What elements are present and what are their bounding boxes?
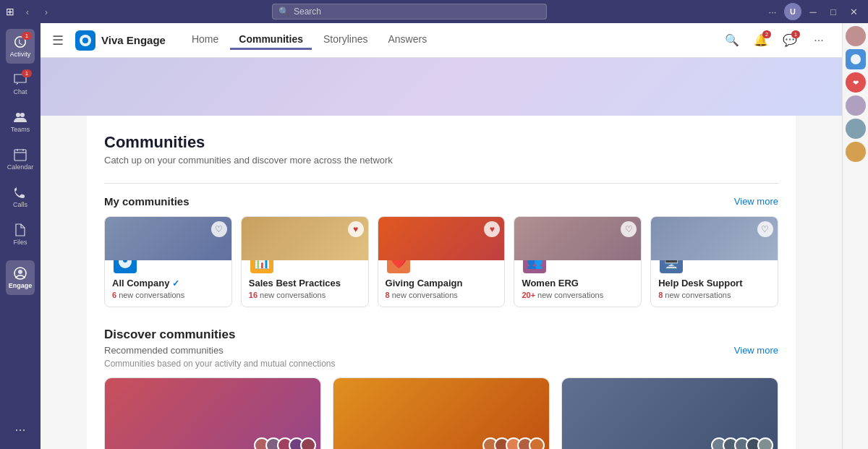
back-button[interactable]: ‹ (19, 3, 36, 20)
card-name-women-erg: Women ERG (522, 278, 634, 288)
right-avatar-4[interactable] (846, 95, 866, 116)
right-avatar-3[interactable]: ❤ (846, 72, 866, 93)
app-nav: Home Communities Storylines Answers (183, 30, 435, 50)
sidebar-item-chat[interactable]: Chat 1 (6, 67, 35, 101)
card-image-all-company: ♡ (105, 217, 231, 260)
sidebar-item-calendar[interactable]: Calendar (6, 142, 35, 176)
verified-icon: ✓ (172, 278, 179, 288)
community-card-women-erg[interactable]: ♡ 👥 Women ERG 20+ new conversations (514, 216, 642, 307)
more-options-button[interactable]: ··· (807, 29, 830, 52)
notifications-button[interactable]: 🔔 2 (749, 29, 773, 52)
search-icon: 🔍 (278, 7, 289, 17)
recommended-subtitle: Recommended communities (104, 345, 336, 356)
content-area[interactable]: Communities Catch up on your communities… (41, 58, 842, 449)
favorite-sales[interactable]: ♥ (348, 221, 364, 237)
chat-button[interactable]: 💬 1 (778, 29, 801, 52)
discover-card-design[interactable]: Design Technology Tips & Tools Learn bes… (561, 377, 778, 449)
card-body-women-erg: 👥 Women ERG 20+ new conversations (514, 260, 641, 307)
sidebar-label-files: Files (13, 239, 27, 246)
favorite-all-company[interactable]: ♡ (211, 221, 227, 237)
card-name-sales: Sales Best Practices (249, 278, 361, 288)
app-logo: Viva Engage (75, 30, 166, 51)
sidebar-item-engage[interactable]: Engage (6, 260, 35, 295)
communities-row: ♡ All Company ✓ (104, 216, 778, 307)
sidebar-label-engage: Engage (9, 282, 33, 289)
title-bar-left: ⊞ ‹ › (6, 3, 55, 20)
recommended-desc: Communities based on your activity and m… (104, 359, 336, 369)
header-actions: 🔍 🔔 2 💬 1 ··· (720, 29, 830, 52)
discover-card-wie[interactable]: 👩‍💻 Women in Engineering (WiE) We're her… (104, 377, 321, 449)
close-button[interactable]: ✕ (845, 3, 862, 20)
title-bar-search[interactable]: 🔍 (272, 4, 547, 20)
title-bar-nav: ‹ › (19, 3, 55, 20)
right-avatar-5[interactable] (846, 119, 866, 139)
hamburger-button[interactable]: ☰ (52, 33, 64, 48)
card-meta-women-erg: 20+ new conversations (522, 291, 634, 299)
app-header: ☰ Viva Engage Home Communities Storyline… (41, 23, 842, 58)
view-more-discover[interactable]: View more (734, 345, 778, 356)
card-name-giving: Giving Campaign (386, 278, 498, 288)
nav-home[interactable]: Home (183, 30, 227, 50)
avatar (529, 437, 545, 449)
title-bar: ⊞ ‹ › 🔍 ··· U ─ □ ✕ (0, 0, 868, 23)
card-meta-all-company: 6 new conversations (112, 291, 224, 299)
sidebar-label-activity: Activity (10, 51, 31, 58)
right-sidebar: ❤ (842, 23, 868, 449)
community-card-giving[interactable]: ♥ ❤️ Giving Campaign 8 new conversations (378, 216, 506, 307)
card-name-helpdesk: Help Desk Support (658, 278, 770, 288)
card-body-all-company: All Company ✓ 6 new conversations (105, 260, 231, 307)
card-meta-sales: 16 new conversations (249, 291, 361, 299)
card-image-women-erg: ♡ (514, 217, 641, 260)
app-icon: ⊞ (6, 6, 14, 17)
right-avatar-2[interactable] (846, 49, 866, 69)
search-input[interactable] (294, 7, 540, 17)
sidebar-more[interactable]: ··· (14, 422, 25, 437)
nav-communities[interactable]: Communities (230, 30, 312, 50)
community-card-helpdesk[interactable]: ♡ 🖥️ Help Desk Support 8 new conversatio… (650, 216, 778, 307)
sidebar-item-teams[interactable]: Teams (6, 104, 35, 139)
community-card-sales[interactable]: ♥ 📊 Sales Best Practices 16 new conversa… (241, 216, 369, 307)
section-header-my: My communities View more (104, 195, 778, 208)
svg-rect-2 (14, 150, 26, 161)
page-subtitle: Catch up on your communities and discove… (104, 155, 778, 166)
nav-storylines[interactable]: Storylines (315, 30, 376, 50)
my-communities-title: My communities (104, 195, 190, 208)
card-name-all-company: All Company ✓ (112, 278, 224, 288)
minimize-button[interactable]: ─ (804, 3, 822, 20)
svg-point-1 (20, 113, 25, 117)
community-card-all-company[interactable]: ♡ All Company ✓ (104, 216, 232, 307)
app-layout: Activity 1 Chat 1 Teams Calendar Calls F… (0, 23, 868, 449)
favorite-women-erg[interactable]: ♡ (621, 221, 637, 237)
chat-badge-header: 1 (791, 30, 800, 38)
main-area: ☰ Viva Engage Home Communities Storyline… (41, 23, 842, 449)
sidebar-item-calls[interactable]: Calls (6, 179, 35, 214)
sidebar-label-calls: Calls (13, 201, 27, 208)
sidebar-item-files[interactable]: Files (6, 217, 35, 252)
hero-banner (41, 58, 842, 116)
sidebar-label-teams: Teams (11, 126, 30, 133)
page-header: Communities Catch up on your communities… (104, 133, 778, 166)
favorite-giving[interactable]: ♥ (484, 221, 500, 237)
activity-badge: 1 (22, 32, 32, 40)
view-more-my[interactable]: View more (734, 196, 778, 207)
card-image-sales: ♥ (242, 217, 368, 260)
more-button[interactable]: ··· (764, 3, 781, 20)
user-avatar[interactable]: U (784, 3, 801, 20)
nav-answers[interactable]: Answers (379, 30, 435, 50)
discover-row: 👩‍💻 Women in Engineering (WiE) We're her… (104, 377, 778, 449)
card-body-giving: ❤️ Giving Campaign 8 new conversations (378, 260, 505, 307)
discover-card-eats[interactable]: 🌮 Employee Eats 🔓 If Restaurant Week is … (333, 377, 550, 449)
sidebar-item-activity[interactable]: Activity 1 (6, 29, 35, 64)
discover-title: Discover communities (104, 328, 778, 342)
search-button[interactable]: 🔍 (720, 29, 744, 52)
notifications-badge: 2 (762, 30, 771, 38)
forward-button[interactable]: › (38, 3, 55, 20)
discover-img-eats (333, 378, 549, 449)
card-meta-helpdesk: 8 new conversations (658, 291, 770, 299)
viva-engage-icon (75, 30, 95, 51)
favorite-helpdesk[interactable]: ♡ (757, 221, 773, 237)
divider (104, 183, 778, 184)
maximize-button[interactable]: □ (825, 3, 842, 20)
right-avatar-6[interactable] (846, 142, 866, 162)
right-avatar-1[interactable] (846, 26, 866, 46)
